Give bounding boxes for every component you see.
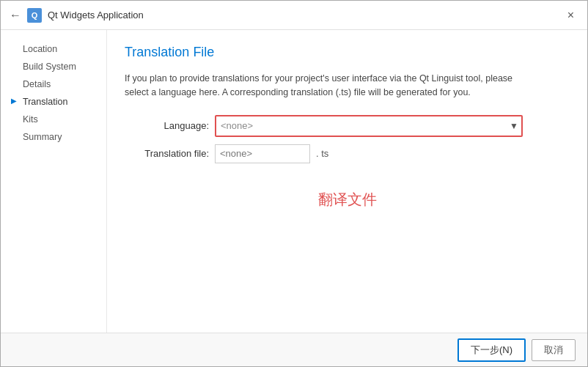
ts-suffix: . ts <box>316 148 328 159</box>
title-bar-left: ← Q Qt Widgets Application <box>10 8 144 23</box>
footer: 下一步(N) 取消 <box>1 333 587 366</box>
page-content: Translation File If you plan to provide … <box>107 30 587 333</box>
sidebar-item-build-system[interactable]: Build System <box>10 59 98 74</box>
page-title: Translation File <box>125 45 570 60</box>
next-button[interactable]: 下一步(N) <box>457 338 526 362</box>
translation-file-label: Translation file: <box>125 148 209 159</box>
sidebar-item-details[interactable]: Details <box>10 77 98 92</box>
sidebar: Location Build System Details Translatio… <box>1 30 107 333</box>
window-title: Qt Widgets Application <box>48 10 144 21</box>
language-label: Language: <box>125 120 209 131</box>
translation-file-row: Translation file: . ts <box>125 144 570 163</box>
form-section: Language: <none> ▼ Translation file: . t… <box>125 115 570 163</box>
chinese-translation-text: 翻译文件 <box>318 191 377 207</box>
sidebar-item-location[interactable]: Location <box>10 42 98 56</box>
language-select-wrapper: <none> ▼ <box>215 115 523 137</box>
back-arrow-icon[interactable]: ← <box>10 9 21 22</box>
sidebar-item-kits[interactable]: Kits <box>10 112 98 127</box>
close-button[interactable]: × <box>563 7 578 23</box>
sidebar-item-summary[interactable]: Summary <box>10 130 98 144</box>
language-row: Language: <none> ▼ <box>125 115 570 137</box>
main-content: Location Build System Details Translatio… <box>1 30 587 333</box>
chinese-section: 翻译文件 <box>125 190 570 210</box>
title-bar: ← Q Qt Widgets Application × <box>1 1 587 30</box>
language-select[interactable]: <none> <box>216 116 521 136</box>
page-description: If you plan to provide translations for … <box>125 72 535 100</box>
cancel-button[interactable]: 取消 <box>532 339 576 361</box>
translation-file-input[interactable] <box>215 144 310 163</box>
main-window: ← Q Qt Widgets Application × Location Bu… <box>0 0 588 367</box>
sidebar-item-translation[interactable]: Translation <box>10 94 98 109</box>
app-icon: Q <box>27 8 42 23</box>
